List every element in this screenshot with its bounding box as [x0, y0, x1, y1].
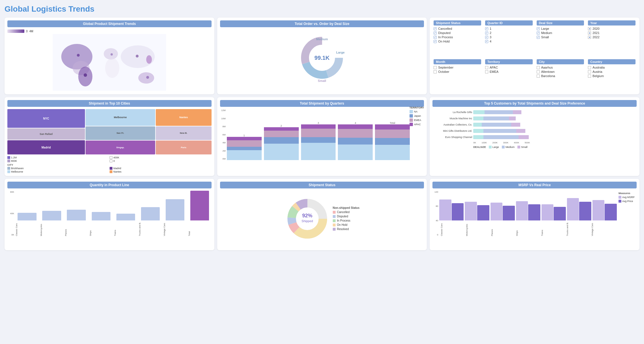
map-legend-gradient [7, 29, 24, 33]
top-customers-card: Top 5 Customers by Total Shipments and D… [430, 97, 639, 176]
treemap: NYC San Rafael Madrid Melbourne Nantes S… [7, 109, 212, 154]
checkbox-2021[interactable] [588, 31, 591, 35]
map-legend-min: 0 [26, 30, 28, 33]
filter-month: Month September October [434, 59, 481, 92]
filter-item-cancelled[interactable]: Cancelled [434, 27, 481, 30]
filter-territory-label: Territory [485, 59, 533, 64]
msrp-price-card: MSRP Vs Real Price 04080120 [430, 179, 639, 250]
filter-item-australia[interactable]: Australia [588, 66, 636, 69]
checkbox-large[interactable] [537, 27, 540, 30]
treemap-cell-nyc: NYC [7, 109, 85, 128]
filter-item-austria[interactable]: Austria [588, 70, 636, 73]
checkbox-2020[interactable] [588, 27, 591, 30]
filter-item-october[interactable]: October [434, 70, 481, 73]
treemap-cell-paris: Paris [156, 141, 212, 154]
filter-deal-size: Deal Size Large Medium Small [537, 20, 584, 57]
global-shipment-title: Global Product Shipment Trends [7, 20, 212, 27]
filter-year: Year 2020 2021 2022 [588, 20, 636, 57]
treemap-cell-nantes: Nantes [156, 109, 212, 126]
filter-item-q4[interactable]: 4 [485, 40, 533, 43]
quarter-shipment-title: Total Shipment by Quarters [220, 100, 424, 107]
filter-item-2020[interactable]: 2020 [588, 27, 636, 30]
msrp-price-title: MSRP Vs Real Price [432, 182, 637, 188]
filter-item-2022[interactable]: 2022 [588, 35, 636, 39]
checkbox-q3[interactable] [485, 36, 488, 39]
checkbox-apac[interactable] [485, 66, 488, 69]
checkbox-cancelled[interactable] [434, 27, 437, 30]
filter-item-q3[interactable]: 3 [485, 35, 533, 39]
donut-center-value: 99.1K [314, 55, 329, 61]
checkbox-austria[interactable] [588, 70, 591, 73]
filter-item-onhold[interactable]: On Hold [434, 40, 481, 43]
customers-x-axis: 0K100K200K300K400K500K [473, 141, 530, 144]
checkbox-2022[interactable] [588, 36, 591, 39]
bar-planes [65, 210, 88, 220]
checkbox-october[interactable] [434, 70, 437, 73]
bar-vintage [163, 199, 187, 220]
checkbox-medium[interactable] [537, 31, 540, 35]
checkbox-disputed[interactable] [434, 31, 437, 35]
bar-q3: 3 [301, 120, 336, 160]
filter-item-emea[interactable]: EMEA [485, 70, 533, 73]
checkbox-q1[interactable] [485, 27, 488, 30]
checkbox-q2[interactable] [485, 31, 488, 35]
customer-row-minigifts: Mini Gifts Distributors Ltd. [432, 129, 637, 133]
legend-brickhaven: Brickhaven [7, 167, 109, 170]
checkbox-q4[interactable] [485, 40, 488, 43]
bar-q1: 1 [227, 120, 262, 160]
treemap-cell-sanfr: San Fr. [86, 126, 155, 140]
filter-item-aaarhus[interactable]: Aaarhus [537, 66, 584, 69]
filter-year-label: Year [588, 20, 636, 26]
filter-shipment-status-label: Shipment Status [434, 20, 481, 26]
checkbox-emea[interactable] [485, 70, 488, 73]
top-customers-title: Top 5 Customers by Total Shipments and D… [432, 100, 637, 107]
filter-item-large[interactable]: Large [537, 27, 584, 30]
filter-item-medium[interactable]: Medium [537, 31, 584, 35]
checkbox-belgium[interactable] [588, 75, 591, 78]
legend-onhold: On Hold [333, 223, 359, 226]
customer-row-muscle: Muscle Machine Inc [432, 116, 637, 120]
bar-total-qty [188, 191, 212, 220]
msrp-legend: Measures Avg MSRP Avg Price [617, 191, 637, 236]
bar-group-vintage [592, 200, 617, 220]
filter-item-barcelona[interactable]: Barcelona [537, 74, 584, 78]
bar-motorcycles [40, 211, 63, 220]
legend-madrid: Madrid [110, 167, 211, 170]
filter-item-september[interactable]: September [434, 66, 481, 69]
checkbox-australia[interactable] [588, 66, 591, 69]
msrp-x-labels: Classic Cars Motorcycles Planes Ships Tr… [432, 222, 637, 236]
checkbox-allentown[interactable] [537, 70, 540, 73]
filter-item-2021[interactable]: 2021 [588, 31, 636, 35]
svg-text:Large: Large [336, 51, 345, 54]
bar-q2: 2 [264, 120, 299, 160]
checkbox-onhold[interactable] [434, 40, 437, 43]
shipment-status-content: 92% Shipped Non-shipped Status Cancelled… [220, 191, 424, 247]
filter-item-belgium[interactable]: Belgium [588, 74, 636, 78]
checkbox-september[interactable] [434, 66, 437, 69]
checkbox-inprocess[interactable] [434, 36, 437, 39]
checkbox-small[interactable] [537, 36, 540, 39]
filter-item-disputed[interactable]: Disputed [434, 31, 481, 35]
filter-item-q2[interactable]: 2 [485, 31, 533, 35]
city-legend-header: CITY [7, 163, 212, 166]
checkbox-aaarhus[interactable] [537, 66, 540, 69]
filter-item-apac[interactable]: APAC [485, 66, 533, 69]
treemap-cell-singap: Singap. [86, 141, 155, 154]
checkbox-barcelona[interactable] [537, 75, 540, 78]
filter-item-allentown[interactable]: Allentown [537, 70, 584, 73]
map-legend: 0 4M [7, 29, 212, 33]
shipment-status-title: Shipment Status [220, 182, 424, 188]
world-map-svg [7, 34, 212, 91]
filter-city-label: City [537, 59, 584, 64]
filter-item-q1[interactable]: 1 [485, 27, 533, 30]
filter-country: Country Australia Austria Belgium [588, 59, 636, 92]
bar-group-trucks [567, 198, 591, 220]
filter-quarter-id: Quarter ID 1 2 3 4 [485, 20, 533, 57]
filter-item-small[interactable]: Small [537, 35, 584, 39]
filter-item-inprocess[interactable]: In Process [434, 35, 481, 39]
bar-q4: 4 [338, 120, 373, 160]
legend-inprocess: In Process [333, 219, 359, 222]
shipment-status-legend: Non-shipped Status Cancelled Disputed In… [333, 206, 359, 232]
bar-group-ships [516, 201, 540, 220]
bar-group-trains [541, 204, 566, 220]
